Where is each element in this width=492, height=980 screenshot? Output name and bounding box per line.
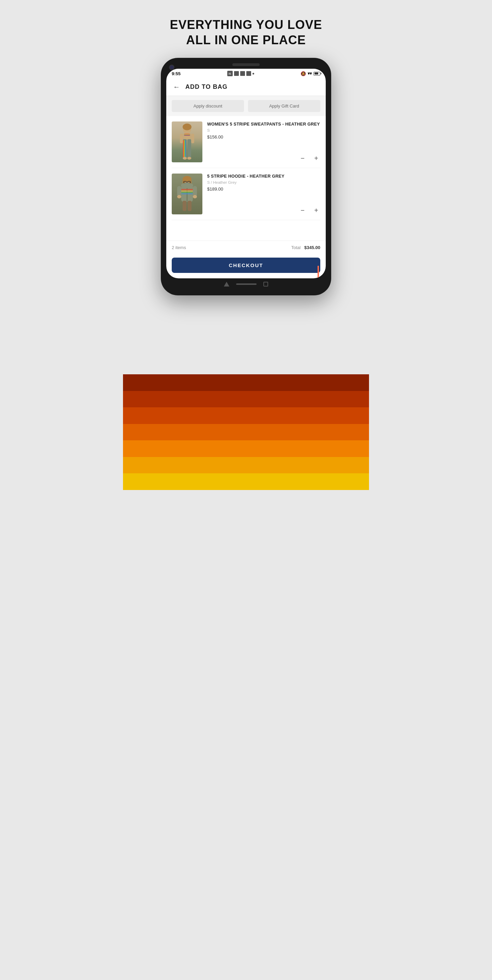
svg-rect-30 (177, 186, 181, 196)
svg-rect-25 (181, 189, 193, 190)
page-wrapper: EVERYTHING YOU LOVE ALL IN ONE PLACE 9:5… (123, 0, 369, 490)
increase-qty-1[interactable]: + (312, 154, 320, 162)
camera (169, 65, 174, 70)
checkout-wrapper: CHECKOUT (166, 254, 326, 278)
battery-icon (313, 72, 320, 76)
cart-spacer (166, 220, 326, 240)
decrease-qty-2[interactable]: − (299, 206, 307, 215)
svg-rect-4 (184, 134, 190, 135)
svg-rect-5 (184, 135, 190, 135)
status-bar: 9:55 31 🔕 ▾▾ (166, 69, 326, 78)
increase-qty-2[interactable]: + (312, 206, 320, 215)
phone-frame: 9:55 31 🔕 ▾▾ (161, 58, 331, 295)
app-header: ← ADD TO BAG (166, 78, 326, 96)
svg-point-32 (177, 195, 181, 198)
svg-point-15 (187, 157, 192, 159)
item-count: 2 items (172, 245, 186, 250)
item-name-hoodie: 5 STRIPE HOODIE - HEATHER GREY (207, 173, 320, 180)
item-variant-sweatpants: S (207, 128, 320, 132)
status-center: 31 (227, 71, 254, 76)
bell-icon: 🔕 (300, 71, 306, 76)
svg-rect-13 (191, 134, 194, 143)
wifi-icon: ▾▾ (308, 71, 312, 76)
svg-rect-34 (183, 201, 186, 211)
headline-line2: ALL IN ONE PLACE (170, 32, 322, 48)
status-box-1 (234, 71, 239, 76)
item-variant-hoodie: S / Heather Grey (207, 180, 320, 185)
stripes-background (123, 374, 369, 490)
apply-gift-card-button[interactable]: Apply Gift Card (248, 100, 320, 112)
svg-rect-27 (181, 192, 193, 193)
svg-rect-11 (185, 140, 186, 157)
item-price-sweatpants: $156.00 (207, 134, 320, 140)
cart-item-2: 5 STRIPE HOODIE - HEATHER GREY S / Heath… (172, 168, 320, 220)
svg-rect-28 (181, 193, 193, 194)
cart-item: WOMEN'S 5 STRIPE SWEATPANTS - HEATHER GR… (172, 116, 320, 168)
svg-rect-12 (180, 134, 183, 143)
status-time: 9:55 (172, 71, 181, 76)
phone-top-bar (166, 63, 326, 66)
svg-rect-7 (187, 139, 191, 158)
home-indicator[interactable] (236, 283, 257, 285)
product-image-sweatpants (172, 121, 202, 162)
scroll-indicator[interactable] (318, 266, 319, 278)
quantity-controls-2: − + (299, 206, 320, 215)
svg-rect-10 (185, 140, 185, 157)
apply-discount-button[interactable]: Apply discount (172, 100, 244, 112)
decrease-qty-1[interactable]: − (299, 154, 307, 162)
quantity-controls-1: − + (299, 154, 320, 162)
svg-rect-31 (193, 186, 197, 196)
phone-navigation (166, 278, 326, 290)
status-right: 🔕 ▾▾ (300, 71, 320, 76)
speaker (232, 63, 260, 66)
svg-point-1 (183, 124, 192, 130)
item-details-sweatpants: WOMEN'S 5 STRIPE SWEATPANTS - HEATHER GR… (207, 121, 320, 140)
back-nav-icon[interactable] (224, 282, 229, 286)
cart-items-list: WOMEN'S 5 STRIPE SWEATPANTS - HEATHER GR… (166, 116, 326, 220)
checkout-button[interactable]: CHECKOUT (172, 258, 320, 273)
action-buttons-row: Apply discount Apply Gift Card (166, 96, 326, 116)
page-title: ADD TO BAG (185, 83, 228, 91)
svg-point-14 (183, 157, 187, 159)
item-details-hoodie: 5 STRIPE HOODIE - HEATHER GREY S / Heath… (207, 173, 320, 192)
svg-rect-26 (181, 191, 193, 192)
status-box-2 (240, 71, 245, 76)
back-button[interactable]: ← (172, 82, 181, 92)
phone-screen: 9:55 31 🔕 ▾▾ (166, 69, 326, 278)
cart-footer: 2 items Total $345.00 (166, 240, 326, 254)
headline-line1: EVERYTHING YOU LOVE (170, 17, 322, 32)
svg-point-29 (181, 183, 193, 188)
scroll-thumb (318, 266, 319, 278)
total-label: Total (291, 245, 300, 250)
recents-nav-icon[interactable] (264, 282, 268, 286)
calendar-icon: 31 (227, 71, 233, 76)
svg-rect-35 (188, 201, 192, 211)
cart-total: Total $345.00 (291, 245, 320, 250)
svg-point-33 (193, 195, 197, 198)
headline: EVERYTHING YOU LOVE ALL IN ONE PLACE (170, 17, 322, 48)
total-amount: $345.00 (304, 245, 320, 250)
svg-rect-9 (184, 140, 185, 157)
product-image-hoodie (172, 173, 202, 215)
item-name-sweatpants: WOMEN'S 5 STRIPE SWEATPANTS - HEATHER GR… (207, 121, 320, 127)
status-dot (252, 73, 254, 75)
item-price-hoodie: $189.00 (207, 186, 320, 192)
status-box-3 (246, 71, 251, 76)
